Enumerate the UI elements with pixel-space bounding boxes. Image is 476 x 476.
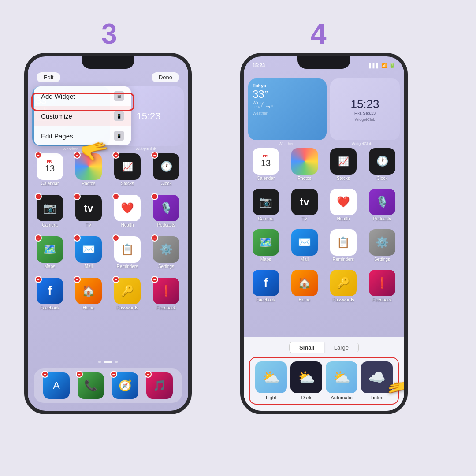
dot-3 — [115, 361, 118, 363]
dot-1 — [98, 361, 101, 363]
status-icons: ▌▌▌ 📶 🔋 — [369, 63, 395, 68]
clock-widget-4: 15:23 FRI, Sep.13 WidgetClub — [330, 78, 400, 140]
app-feedback-4[interactable]: ❗ Feedback — [364, 270, 400, 302]
dock-safari-3[interactable]: − 🧭 — [112, 372, 138, 399]
widget-dark[interactable]: ⛅ Dark — [290, 361, 322, 400]
app-feedback-3[interactable]: − ❗ Feedback — [149, 278, 184, 310]
w4-detail: H:34° L:26° — [253, 105, 322, 109]
remove-dot-stocks[interactable]: − — [112, 152, 119, 159]
remove-dot-appstore[interactable]: − — [41, 371, 48, 378]
app-health-3[interactable]: − ❤️ Health — [110, 195, 145, 227]
customize-icon: 📱 — [114, 111, 124, 121]
widget-light[interactable]: ⛅ Light — [255, 361, 287, 400]
app-mail-4[interactable]: ✉️ Mail — [287, 229, 322, 262]
app-grid-row3-3: − 🗺️ Maps − ✉️ Mail − 📋 Reminders − ⚙️ — [32, 236, 184, 269]
app-camera-4[interactable]: 📷 Camera — [248, 189, 283, 221]
time-display: 15:23 — [253, 63, 265, 68]
app-tv-3[interactable]: − tv TV — [71, 195, 106, 227]
remove-dot-safari[interactable]: − — [110, 371, 117, 378]
widgetclub-label: WidgetClub — [108, 147, 184, 151]
done-button[interactable]: Done — [152, 72, 179, 82]
large-size-btn[interactable]: Large — [324, 342, 358, 353]
app-calendar-3[interactable]: − FRI 13 Calendar — [32, 153, 67, 186]
remove-dot-phone[interactable]: − — [76, 371, 83, 378]
edit-pages-label: Edit Pages — [41, 132, 73, 140]
remove-dot-mail[interactable]: − — [74, 234, 81, 242]
app-calendar-4[interactable]: FRI 13 Calendar — [248, 148, 283, 181]
app-podcasts-3[interactable]: − 🎙️ Podcasts — [149, 195, 184, 227]
widget-labels-4: Weather WidgetClub — [248, 141, 400, 146]
light-label: Light — [266, 395, 276, 400]
app-home-4[interactable]: 🏠 Home — [287, 270, 322, 302]
app-facebook-3[interactable]: − f Facebook — [32, 278, 67, 310]
app-clock-4[interactable]: 🕐 Clock — [364, 148, 400, 181]
remove-dot-maps[interactable]: − — [35, 234, 42, 242]
remove-dot-calendar[interactable]: − — [35, 152, 42, 159]
app-home-3[interactable]: − 🏠 Home — [71, 278, 106, 310]
edit-button[interactable]: Edit — [37, 72, 60, 82]
page-dots-3 — [28, 361, 188, 363]
remove-dot-feedback[interactable]: − — [151, 276, 158, 283]
app-grid-row4-4: f Facebook 🏠 Home 🔑 Passwords ❗ Feedback — [248, 270, 400, 302]
remove-dot-podcasts[interactable]: − — [151, 193, 158, 200]
signal-icon: ▌▌▌ — [369, 63, 379, 68]
app-stocks-4[interactable]: 📈 Stocks — [326, 148, 361, 181]
widget-automatic[interactable]: ⛅ Automatic — [326, 361, 357, 400]
app-stocks-3[interactable]: − 📈 Stocks — [110, 153, 145, 186]
app-camera-3[interactable]: − 📷 Camera — [32, 195, 67, 227]
app-settings-4[interactable]: ⚙️ Settings — [364, 229, 400, 262]
remove-dot-camera[interactable]: − — [35, 193, 42, 200]
size-toggle: Small Large — [249, 342, 399, 353]
remove-dot-passwords[interactable]: − — [112, 276, 119, 283]
app-tv-4[interactable]: tv TV — [287, 189, 322, 221]
edit-pages-icon: 📱 — [114, 131, 124, 141]
app-facebook-4[interactable]: f Facebook — [248, 270, 283, 302]
notch-3 — [82, 56, 134, 69]
widget-variants-container: ⛅ Light ⛅ Dark ⛅ Automatic ☁️ Tinted — [249, 357, 399, 405]
app-clock-3[interactable]: − 🕐 Clock — [149, 153, 184, 186]
w4-cond: Windy — [253, 100, 322, 105]
phone-3: Edit Done Tokyo 33° Windy H:34° L:26° We… — [24, 53, 192, 414]
app-reminders-4[interactable]: 📋 Reminders — [326, 229, 361, 262]
app-grid-row2-3: − 📷 Camera − tv TV − ❤️ Health − 🎙️ Pod — [32, 195, 184, 227]
app-passwords-3[interactable]: − 🔑 Passwords — [110, 278, 145, 310]
app-passwords-4[interactable]: 🔑 Passwords — [326, 270, 361, 302]
app-settings-3[interactable]: − ⚙️ Settings — [149, 236, 184, 269]
remove-dot-facebook[interactable]: − — [35, 276, 42, 283]
remove-dot-photos[interactable]: − — [74, 152, 81, 159]
size-toggle-group: Small Large — [289, 342, 359, 353]
app-health-4[interactable]: ❤️ Health — [326, 189, 361, 221]
automatic-label: Automatic — [331, 395, 353, 400]
app-grid-row4-3: − f Facebook − 🏠 Home − 🔑 Passwords − ❗ — [32, 278, 184, 310]
weather-sublabel-4: Weather — [253, 111, 322, 115]
app-grid-row2-4: 📷 Camera tv TV ❤️ Health 🎙️ Podcasts — [248, 189, 400, 221]
dot-active — [104, 361, 112, 363]
remove-dot-home[interactable]: − — [74, 276, 81, 283]
widgets-row-4: Tokyo 33° Windy H:34° L:26° Weather 15:2… — [248, 78, 400, 140]
dock-3: − A − 📞 − 🧭 − 🎵 — [34, 368, 182, 403]
small-size-btn[interactable]: Small — [290, 342, 324, 353]
step-3-number: 3 — [101, 18, 117, 50]
weather-label-4: Weather — [248, 141, 324, 146]
widgetclub-sublabel-4: WidgetClub — [355, 117, 376, 122]
remove-dot-settings[interactable]: − — [151, 234, 158, 242]
app-maps-4[interactable]: 🗺️ Maps — [248, 229, 283, 262]
remove-dot-tv[interactable]: − — [74, 193, 81, 200]
customize-label: Customize — [41, 112, 72, 120]
dock-music-3[interactable]: − 🎵 — [146, 372, 173, 399]
app-mail-3[interactable]: − ✉️ Mail — [71, 236, 106, 269]
remove-dot-reminders[interactable]: − — [112, 234, 119, 242]
hand-cursor-3: 🫳 — [78, 136, 112, 167]
remove-dot-clock[interactable]: − — [151, 152, 158, 159]
dock-appstore-3[interactable]: − A — [43, 372, 70, 399]
remove-dot-music[interactable]: − — [145, 371, 152, 378]
app-maps-3[interactable]: − 🗺️ Maps — [32, 236, 67, 269]
app-photos-4[interactable]: Photos — [287, 148, 322, 181]
clock-time: 15:23 — [350, 97, 379, 111]
phone-4: 15:23 ▌▌▌ 📶 🔋 Tokyo 33° Windy H:34° L:26… — [240, 53, 408, 414]
app-reminders-3[interactable]: − 📋 Reminders — [110, 236, 145, 269]
dock-phone-3[interactable]: − 📞 — [78, 372, 104, 399]
app-podcasts-4[interactable]: 🎙️ Podcasts — [364, 189, 400, 221]
remove-dot-health[interactable]: − — [112, 193, 119, 200]
notch-4 — [298, 56, 350, 69]
